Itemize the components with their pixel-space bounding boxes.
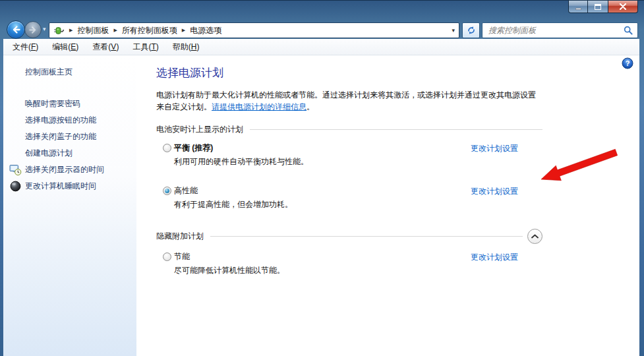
change-plan-settings-link[interactable]: 更改计划设置 bbox=[471, 186, 518, 197]
power-options-window: ▾ ▶控制面板▶所有控制面板项▶电源选项 ▾ 文件(F)编辑(E)查看(V)工具… bbox=[0, 0, 644, 356]
refresh-icon bbox=[467, 26, 476, 35]
moon-sphere-icon bbox=[9, 180, 22, 193]
breadcrumb-arrow-icon[interactable]: ▶ bbox=[69, 28, 73, 33]
change-plan-settings-link[interactable]: 更改计划设置 bbox=[471, 143, 518, 154]
main-area: 控制面板主页 唤醒时需要密码选择电源按钮的功能选择关闭盖子的功能创建电源计划选择… bbox=[3, 55, 639, 356]
address-dropdown-icon[interactable]: ▾ bbox=[452, 27, 455, 34]
section-label: 隐藏附加计划 bbox=[156, 231, 204, 242]
section-hidden-plans: 隐藏附加计划 bbox=[156, 229, 542, 244]
plan-details-link[interactable]: 请提供电源计划的详细信息 bbox=[212, 102, 307, 111]
sidebar-item-label: 选择关闭显示器的时间 bbox=[25, 164, 104, 175]
help-icon: ? bbox=[622, 57, 633, 69]
display-clock-icon bbox=[9, 163, 22, 176]
search-icon[interactable] bbox=[624, 26, 633, 35]
plan-description: 有利于提高性能，但会增加功耗。 bbox=[174, 199, 542, 210]
plan-description: 利用可用的硬件自动平衡功耗与性能。 bbox=[174, 156, 542, 167]
maximize-icon bbox=[595, 4, 601, 10]
svg-text:?: ? bbox=[626, 59, 630, 67]
close-button[interactable] bbox=[608, 1, 638, 13]
content-pane: ? 选择电源计划 电源计划有助于最大化计算机的性能或者节能。通过选择计划来将其激… bbox=[136, 55, 639, 356]
sidebar-item-label: 更改计算机睡眠时间 bbox=[25, 181, 96, 192]
sidebar-item[interactable]: 选择关闭显示器的时间 bbox=[3, 162, 136, 178]
caption-buttons bbox=[568, 1, 638, 13]
plan-radio[interactable] bbox=[163, 252, 171, 261]
breadcrumb-item[interactable]: 电源选项 bbox=[190, 25, 221, 36]
sidebar-item-label: 选择电源按钮的功能 bbox=[25, 115, 96, 126]
breadcrumb-item[interactable]: 控制面板 bbox=[77, 25, 109, 36]
sidebar-task-list: 唤醒时需要密码选择电源按钮的功能选择关闭盖子的功能创建电源计划选择关闭显示器的时… bbox=[3, 96, 136, 194]
menu-item-t[interactable]: 工具(T) bbox=[132, 42, 158, 53]
change-plan-settings-link[interactable]: 更改计划设置 bbox=[471, 252, 518, 263]
sidebar-item[interactable]: 创建电源计划 bbox=[3, 145, 136, 162]
section-divider bbox=[250, 129, 542, 130]
plan-radio[interactable] bbox=[163, 144, 171, 152]
primary-plans: 平衡 (推荐)利用可用的硬件自动平衡功耗与性能。更改计划设置高性能有利于提高性能… bbox=[156, 142, 542, 218]
plan-list: 电池安时计上显示的计划 平衡 (推荐)利用可用的硬件自动平衡功耗与性能。更改计划… bbox=[156, 124, 542, 283]
menu-item-v[interactable]: 查看(V) bbox=[92, 42, 119, 53]
forward-button[interactable] bbox=[24, 21, 42, 38]
sidebar-item-label: 唤醒时需要密码 bbox=[25, 98, 80, 109]
hidden-plans: 节能尽可能降低计算机性能以节能。更改计划设置 bbox=[156, 251, 542, 283]
menu-bar: 文件(F)编辑(E)查看(V)工具(T)帮助(H) bbox=[3, 39, 639, 55]
sidebar-item[interactable]: 选择关闭盖子的功能 bbox=[3, 129, 136, 145]
plan-description: 尽可能降低计算机性能以节能。 bbox=[174, 265, 542, 276]
sidebar-item[interactable]: 更改计算机睡眠时间 bbox=[3, 178, 136, 194]
breadcrumb: ▶控制面板▶所有控制面板项▶电源选项 bbox=[65, 25, 448, 36]
sidebar: 控制面板主页 唤醒时需要密码选择电源按钮的功能选择关闭盖子的功能创建电源计划选择… bbox=[3, 55, 136, 356]
power-plan-row: 平衡 (推荐)利用可用的硬件自动平衡功耗与性能。更改计划设置 bbox=[156, 142, 542, 175]
sidebar-item[interactable]: 唤醒时需要密码 bbox=[3, 96, 136, 112]
client-frame: 文件(F)编辑(E)查看(V)工具(T)帮助(H) 控制面板主页 唤醒时需要密码… bbox=[3, 39, 639, 356]
minimize-button[interactable] bbox=[568, 1, 588, 13]
search-input[interactable] bbox=[487, 25, 624, 36]
breadcrumb-item[interactable]: 所有控制面板项 bbox=[122, 25, 177, 36]
close-icon bbox=[619, 3, 627, 10]
power-plan-row: 高性能有利于提高性能，但会增加功耗。更改计划设置 bbox=[156, 185, 542, 218]
plan-radio[interactable] bbox=[163, 187, 171, 195]
sidebar-item-home[interactable]: 控制面板主页 bbox=[25, 67, 136, 78]
section-divider bbox=[210, 236, 523, 237]
collapse-section-button[interactable] bbox=[527, 229, 542, 244]
sidebar-item[interactable]: 选择电源按钮的功能 bbox=[3, 112, 136, 129]
recent-pages-chevron-icon[interactable]: ▾ bbox=[43, 26, 46, 32]
back-arrow-icon bbox=[11, 25, 21, 34]
menu-item-h[interactable]: 帮助(H) bbox=[173, 42, 200, 53]
section-label: 电池安时计上显示的计划 bbox=[156, 124, 243, 135]
forward-arrow-icon bbox=[28, 26, 38, 34]
power-plan-row: 节能尽可能降低计算机性能以节能。更改计划设置 bbox=[156, 251, 542, 283]
sidebar-item-label: 选择关闭盖子的功能 bbox=[25, 131, 96, 142]
breadcrumb-arrow-icon[interactable]: ▶ bbox=[182, 28, 185, 33]
refresh-button[interactable] bbox=[462, 22, 480, 38]
search-box bbox=[482, 22, 638, 38]
menu-item-f[interactable]: 文件(F) bbox=[13, 42, 38, 53]
section-battery-meter: 电池安时计上显示的计划 bbox=[156, 124, 542, 135]
menu-item-e[interactable]: 编辑(E) bbox=[52, 42, 78, 53]
chevron-up-icon bbox=[531, 234, 539, 239]
maximize-button[interactable] bbox=[588, 1, 608, 13]
help-button[interactable]: ? bbox=[622, 57, 633, 69]
address-bar[interactable]: ▶控制面板▶所有控制面板项▶电源选项 ▾ bbox=[49, 22, 459, 38]
back-button[interactable] bbox=[7, 20, 25, 39]
breadcrumb-arrow-icon[interactable]: ▶ bbox=[113, 28, 117, 33]
sidebar-item-label: 创建电源计划 bbox=[25, 148, 73, 159]
page-title: 选择电源计划 bbox=[156, 65, 639, 80]
intro-text: 电源计划有助于最大化计算机的性能或者节能。通过选择计划来将其激活，或选择计划并通… bbox=[156, 89, 537, 113]
power-plug-icon bbox=[53, 25, 65, 36]
intro-period: 。 bbox=[307, 102, 314, 111]
minimize-icon bbox=[575, 8, 581, 10]
